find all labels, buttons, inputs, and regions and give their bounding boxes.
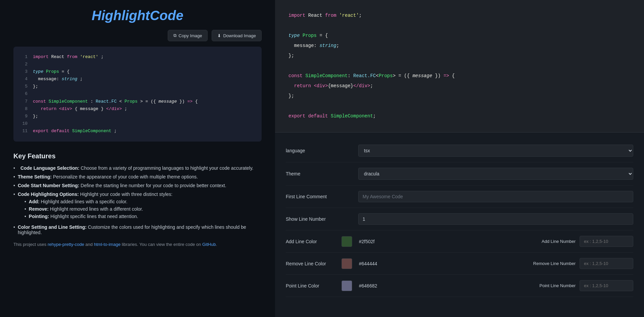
preview-line: }; — [288, 51, 631, 60]
features-section: Key Features Code Language Selection: Ch… — [13, 152, 262, 247]
line-content: return <div> { message } </div> ; — [33, 105, 254, 113]
copy-image-label: Copy Image — [178, 33, 202, 38]
preview-line: type Props = { — [288, 31, 631, 40]
sub-feature-text: Add: Highlight added lines with a specif… — [29, 199, 127, 204]
line-number-control — [358, 213, 633, 225]
remove-line-color-swatch[interactable] — [341, 258, 352, 269]
feature-text: Code Start Number Setting: Define the st… — [18, 183, 226, 188]
line-content: }; — [33, 113, 254, 120]
point-line-number-input[interactable] — [580, 280, 633, 291]
preview-line: return <div>{message}</div>; — [288, 81, 631, 91]
code-line-3: 3 type Props = { — [21, 68, 254, 75]
first-line-input[interactable] — [358, 191, 633, 202]
preview-line — [288, 101, 631, 111]
line-number: 5 — [21, 83, 28, 90]
code-line-2: 2 — [21, 61, 254, 68]
preview-line: import React from 'react'; — [288, 11, 631, 20]
line-number: 8 — [21, 105, 28, 113]
feature-bold: Color Setting and Line Setting: — [18, 224, 87, 230]
code-line-8: 8 return <div> { message } </div> ; — [21, 105, 254, 113]
preview-line: export default SimpleComponent; — [288, 111, 631, 121]
code-line-7: 7 const SimpleComponent : React.FC < Pro… — [21, 98, 254, 105]
line-number: 3 — [21, 68, 28, 75]
sub-feature-desc: Highlight added lines with a specific co… — [40, 199, 127, 204]
code-line-11: 11 export default SimpleComponent ; — [21, 127, 254, 135]
preview-line: }; — [288, 91, 631, 101]
first-line-setting-row: First Line Comment — [286, 186, 633, 208]
feature-item-3: Code Start Number Setting: Define the st… — [13, 183, 262, 188]
line-number: 11 — [21, 127, 28, 135]
features-title: Key Features — [13, 152, 262, 160]
first-line-label: First Line Comment — [286, 194, 353, 199]
add-line-color-hex: #2f502f — [359, 239, 386, 244]
github-link[interactable]: GitHub — [202, 242, 216, 247]
feature-text: Theme Setting: Personalize the appearanc… — [18, 174, 198, 179]
toolbar: ⧉ Copy Image ⬇ Download Image — [168, 30, 262, 41]
download-image-label: Download Image — [223, 33, 256, 38]
line-content: export default SimpleComponent ; — [33, 127, 254, 135]
left-panel: HighlightCode ⧉ Copy Image ⬇ Download Im… — [0, 0, 275, 317]
right-panel: import React from 'react'; type Props = … — [275, 0, 644, 317]
sub-feature-remove: Remove: Highlight removed lines with a d… — [24, 206, 172, 212]
theme-control: dracula github-dark monokai nord — [358, 168, 633, 180]
first-line-control — [358, 191, 633, 202]
line-content — [33, 120, 254, 127]
theme-setting-row: Theme dracula github-dark monokai nord — [286, 162, 633, 186]
code-preview: import React from 'react'; type Props = … — [275, 0, 644, 133]
html-to-image-link[interactable]: html-to-image — [94, 242, 120, 247]
copy-image-button[interactable]: ⧉ Copy Image — [168, 30, 208, 41]
feature-text: Code Highlighting Options: Highlight you… — [18, 192, 172, 221]
sub-features-list: Add: Highlight added lines with a specif… — [18, 199, 172, 219]
code-line-4: 4 message: string ; — [21, 75, 254, 83]
language-control: tsx javascript typescript python — [358, 145, 633, 157]
show-line-number-label: Show Line Number — [286, 216, 353, 222]
settings-panel: language tsx javascript typescript pytho… — [275, 133, 644, 304]
sub-feature-desc: Highlight removed lines with a different… — [49, 206, 143, 212]
line-number: 7 — [21, 98, 28, 105]
line-number: 2 — [21, 61, 28, 68]
preview-line — [288, 61, 631, 70]
point-line-number-label: Point Line Number — [539, 283, 576, 288]
copy-icon: ⧉ — [173, 33, 176, 38]
remove-line-color-row: Remove Line Color #644444 Remove Line Nu… — [286, 253, 633, 275]
sub-feature-bold: Pointing: — [29, 214, 49, 219]
feature-bold: Code Highlighting Options: — [18, 192, 79, 197]
line-number: 4 — [21, 75, 28, 83]
add-line-number-input[interactable] — [580, 236, 633, 247]
feature-item-2: Theme Setting: Personalize the appearanc… — [13, 174, 262, 179]
line-content: type Props = { — [33, 68, 254, 75]
line-number-setting-row: Show Line Number — [286, 208, 633, 230]
language-select[interactable]: tsx javascript typescript python — [358, 145, 633, 157]
line-content: }; — [33, 83, 254, 90]
theme-label: Theme — [286, 171, 353, 176]
remove-line-color-label: Remove Line Color — [286, 261, 336, 266]
feature-item-1: Code Language Selection: Choose from a v… — [13, 165, 262, 171]
add-line-color-label: Add Line Color — [286, 239, 336, 244]
code-line-1: 1 import React from 'react' ; — [21, 53, 254, 61]
sub-feature-bold: Remove: — [29, 206, 49, 212]
remove-line-number-input[interactable] — [580, 258, 633, 269]
sub-feature-pointing: Pointing: Highlight specific lines that … — [24, 214, 172, 219]
line-number-input[interactable] — [358, 213, 633, 225]
add-line-color-swatch[interactable] — [341, 236, 352, 247]
point-line-color-swatch[interactable] — [341, 280, 352, 291]
line-content: const SimpleComponent : React.FC < Props… — [33, 98, 254, 105]
sub-feature-bold: Add: — [29, 199, 40, 204]
theme-select[interactable]: dracula github-dark monokai nord — [358, 168, 633, 180]
preview-line: message: string; — [288, 41, 631, 50]
add-line-color-row: Add Line Color #2f502f Add Line Number — [286, 230, 633, 253]
code-line-6: 6 — [21, 90, 254, 98]
rehype-link[interactable]: rehype-pretty-code — [48, 242, 84, 247]
code-line-9: 9 }; — [21, 113, 254, 120]
footer-text: This project uses rehype-pretty-code and… — [13, 242, 262, 247]
line-content — [33, 61, 254, 68]
language-setting-row: language tsx javascript typescript pytho… — [286, 139, 633, 162]
feature-desc: Personalize the appearance of your code … — [52, 174, 198, 179]
line-number: 9 — [21, 113, 28, 120]
line-content: import React from 'react' ; — [33, 53, 254, 61]
download-image-button[interactable]: ⬇ Download Image — [212, 30, 262, 41]
remove-line-number-label: Remove Line Number — [533, 261, 576, 266]
feature-bold: Theme Setting: — [18, 174, 52, 179]
line-number: 10 — [21, 120, 28, 127]
feature-bold: Code Start Number Setting: — [18, 183, 79, 188]
